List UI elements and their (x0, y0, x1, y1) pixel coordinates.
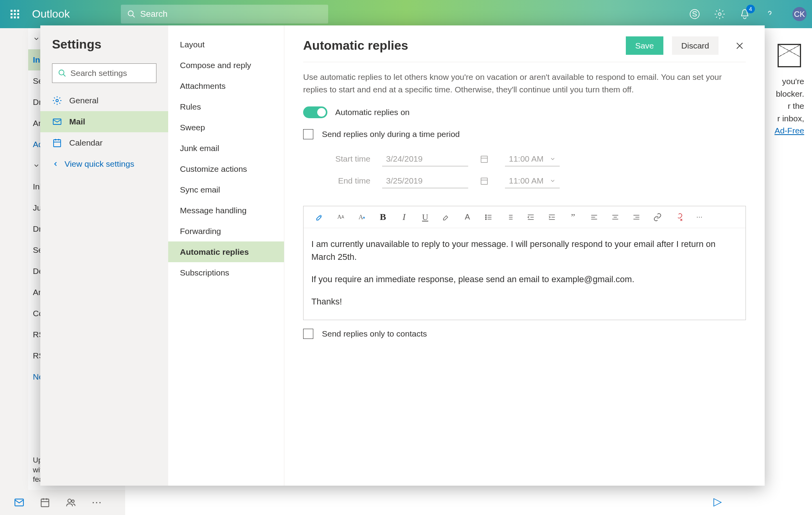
italic-icon[interactable]: I (399, 212, 409, 222)
svg-rect-4 (14, 13, 16, 15)
toggle-label: Automatic replies on (335, 108, 410, 117)
option-sync[interactable]: Sync email (168, 179, 284, 200)
help-icon[interactable] (763, 7, 777, 21)
svg-point-9 (128, 11, 133, 16)
option-handling[interactable]: Message handling (168, 200, 284, 221)
automatic-replies-toggle[interactable] (303, 106, 327, 118)
font-color-icon[interactable]: A (462, 212, 472, 222)
option-customize[interactable]: Customize actions (168, 158, 284, 179)
calendar-module-icon[interactable] (40, 497, 50, 508)
skype-icon[interactable] (688, 7, 702, 21)
close-icon[interactable] (733, 40, 746, 52)
svg-point-21 (59, 70, 64, 75)
ad-free-link[interactable]: Ad-Free (774, 126, 804, 135)
svg-rect-33 (481, 178, 488, 185)
app-launcher-icon[interactable] (5, 5, 24, 23)
save-button[interactable]: Save (626, 36, 663, 55)
align-center-icon[interactable] (610, 212, 620, 222)
brand-label: Outlook (32, 8, 70, 20)
calendar-picker-icon[interactable] (480, 176, 489, 185)
highlight-icon[interactable] (441, 212, 451, 222)
settings-title: Settings (40, 33, 168, 59)
underline-icon[interactable]: U (420, 212, 430, 222)
settings-icon[interactable] (713, 7, 727, 21)
option-automatic-replies[interactable]: Automatic replies (168, 241, 284, 262)
unlink-icon[interactable] (674, 212, 684, 222)
category-mail[interactable]: Mail (40, 111, 168, 132)
outdent-icon[interactable] (526, 212, 536, 222)
bottom-module-bar: ⋯ (0, 490, 125, 515)
reply-paragraph: I am currently unavailable to reply to y… (311, 238, 738, 263)
option-sweep[interactable]: Sweep (168, 117, 284, 138)
svg-rect-1 (14, 10, 16, 12)
option-subscriptions[interactable]: Subscriptions (168, 262, 284, 283)
reply-paragraph: Thanks! (311, 295, 738, 308)
align-right-icon[interactable] (631, 212, 641, 222)
settings-subnav: Layout Compose and reply Attachments Rul… (168, 25, 284, 486)
end-date-input[interactable]: 3/25/2019 (382, 174, 468, 188)
svg-point-12 (719, 13, 721, 16)
settings-modal: Settings Search settings General Mail Ca… (40, 25, 765, 486)
option-junk[interactable]: Junk email (168, 138, 284, 158)
bold-icon[interactable]: B (378, 212, 388, 222)
svg-rect-6 (11, 16, 13, 18)
bullet-list-icon[interactable] (483, 212, 494, 222)
play-icon[interactable]: ▷ (713, 495, 722, 508)
category-general[interactable]: General (40, 90, 168, 111)
end-time-label: End time (320, 176, 370, 185)
svg-rect-25 (54, 140, 61, 147)
font-size-icon[interactable]: A▴ (357, 212, 367, 222)
option-compose[interactable]: Compose and reply (168, 55, 284, 76)
option-layout[interactable]: Layout (168, 34, 284, 55)
indent-icon[interactable] (547, 212, 557, 222)
settings-category-pane: Settings Search settings General Mail Ca… (40, 25, 168, 486)
start-time-input[interactable]: 11:00 AM (505, 152, 560, 166)
svg-point-23 (56, 99, 58, 102)
panel-title: Automatic replies (303, 38, 408, 53)
gear-icon (52, 95, 62, 106)
panel-intro: Use automatic replies to let others know… (303, 71, 746, 95)
contacts-only-checkbox[interactable] (303, 329, 313, 339)
svg-line-22 (63, 74, 66, 77)
align-left-icon[interactable] (589, 212, 599, 222)
reply-paragraph: If you require an immediate response, pl… (311, 273, 738, 286)
number-list-icon[interactable] (505, 212, 515, 222)
mail-module-icon[interactable] (14, 497, 24, 508)
user-avatar[interactable]: CK (792, 7, 807, 21)
more-format-icon[interactable]: ⋯ (695, 212, 705, 222)
global-search[interactable]: Search (121, 5, 328, 23)
contacts-only-label: Send replies only to contacts (322, 329, 427, 339)
option-forwarding[interactable]: Forwarding (168, 221, 284, 241)
top-bar: Outlook Search 4 CK (0, 0, 812, 28)
editor-body[interactable]: I am currently unavailable to reply to y… (304, 228, 746, 320)
option-rules[interactable]: Rules (168, 96, 284, 117)
time-period-checkbox[interactable] (303, 129, 313, 139)
mail-icon (52, 117, 62, 127)
svg-point-38 (485, 214, 487, 216)
svg-rect-3 (11, 13, 13, 15)
search-settings-input[interactable]: Search settings (52, 63, 156, 83)
svg-rect-5 (17, 13, 19, 15)
format-painter-icon[interactable] (314, 212, 325, 222)
category-calendar[interactable]: Calendar (40, 132, 168, 153)
people-module-icon[interactable] (66, 497, 76, 508)
more-modules-icon[interactable]: ⋯ (92, 497, 103, 509)
calendar-icon (52, 138, 62, 148)
svg-rect-8 (17, 16, 19, 18)
settings-detail-pane: Automatic replies Save Discard Use autom… (284, 25, 765, 486)
notification-badge: 4 (746, 5, 755, 13)
ad-snippet: you're blocker. r the r inbox, Ad-Free (769, 75, 804, 137)
end-time-input[interactable]: 11:00 AM (505, 174, 560, 188)
quote-icon[interactable]: ” (568, 212, 578, 222)
view-quick-settings-link[interactable]: View quick settings (40, 153, 168, 175)
font-icon[interactable]: AA (336, 212, 346, 222)
option-attachments[interactable]: Attachments (168, 76, 284, 96)
calendar-picker-icon[interactable] (480, 155, 489, 163)
notifications-icon[interactable]: 4 (738, 7, 752, 21)
discard-button[interactable]: Discard (672, 36, 719, 55)
link-icon[interactable] (652, 212, 663, 222)
svg-rect-15 (41, 499, 49, 507)
editor-toolbar: AA A▴ B I U A ” ⋯ (304, 206, 746, 228)
start-date-input[interactable]: 3/24/2019 (382, 152, 468, 166)
svg-rect-2 (17, 10, 19, 12)
